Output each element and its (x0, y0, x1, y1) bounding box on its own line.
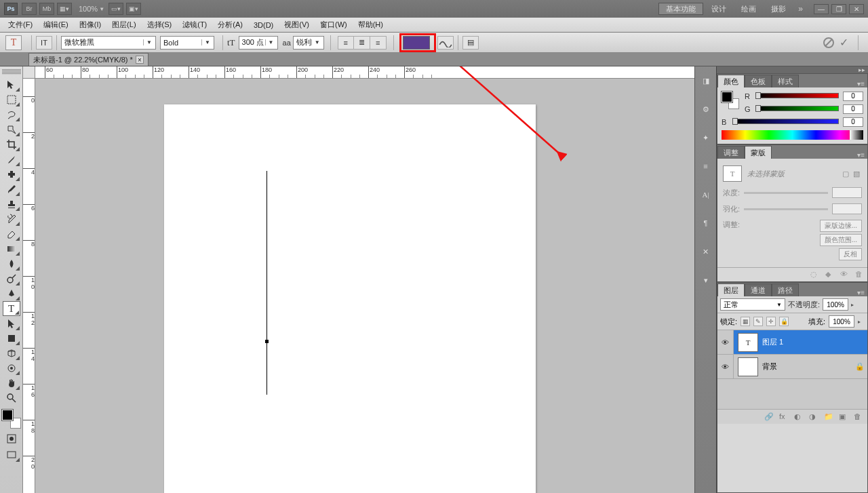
delete-layer-icon[interactable]: 🗑 (854, 412, 863, 422)
lock-transparency-icon[interactable]: ▦ (741, 317, 750, 326)
clone-source-icon[interactable]: ▾ (698, 273, 713, 288)
layer-thumb[interactable] (738, 357, 758, 376)
layer-row[interactable]: 👁背景🔒 (717, 355, 867, 379)
menu-help[interactable]: 帮助(H) (353, 20, 389, 30)
opacity-input[interactable]: 100% (823, 298, 848, 311)
workspace-photo[interactable]: 摄影 (764, 3, 793, 15)
font-weight-dropdown[interactable]: Bold▼ (160, 36, 214, 50)
stamp-tool[interactable] (3, 197, 20, 212)
screen-mode-icon[interactable]: ▣▾ (126, 3, 141, 15)
text-caret-handle[interactable] (265, 340, 269, 343)
crop-tool[interactable] (3, 137, 20, 152)
bridge-icon[interactable]: Br (22, 3, 37, 15)
adjustment-layer-icon[interactable]: ◑ (809, 412, 818, 422)
link-layers-icon[interactable]: 🔗 (764, 412, 774, 422)
apply-mask-icon[interactable]: ◆ (825, 270, 835, 279)
history-brush-tool[interactable] (3, 212, 20, 226)
marquee-tool[interactable] (3, 92, 20, 107)
feather-slider[interactable] (744, 208, 828, 210)
fx-icon[interactable]: fx (779, 412, 789, 422)
close-tab-icon[interactable]: × (136, 56, 144, 64)
tab-masks[interactable]: 蒙版 (745, 146, 772, 159)
artboard[interactable] (164, 104, 536, 493)
ruler-origin[interactable] (23, 66, 35, 79)
r-slider[interactable] (757, 93, 839, 100)
ruler-horizontal[interactable]: 6080100120140160180200220240260 (35, 66, 694, 79)
panel-menu-icon[interactable]: ▾≡ (857, 80, 867, 87)
vector-mask-icon[interactable]: ▧ (851, 170, 862, 178)
hand-tool[interactable] (3, 376, 20, 391)
layer-name[interactable]: 图层 1 (762, 337, 855, 347)
visibility-icon[interactable]: 👁 (717, 355, 734, 378)
workspace-painting[interactable]: 绘画 (734, 3, 763, 15)
3d-tool[interactable] (3, 346, 20, 361)
g-slider[interactable] (757, 106, 839, 113)
3d-camera-tool[interactable] (3, 361, 20, 376)
font-size-dropdown[interactable]: 300 点▼ (239, 36, 278, 50)
color-fgbg[interactable] (722, 92, 739, 109)
menu-select[interactable]: 选择(S) (142, 20, 178, 30)
font-family-dropdown[interactable]: 微软雅黑▼ (61, 36, 156, 50)
color-range-button[interactable]: 颜色范围... (820, 234, 862, 246)
add-mask-icon[interactable]: ◐ (794, 412, 804, 422)
fg-bg-swatch[interactable] (2, 410, 21, 429)
zoom-tool[interactable] (3, 391, 20, 406)
menu-filter[interactable]: 滤镜(T) (177, 20, 212, 30)
screenmode-toggle[interactable] (3, 448, 20, 462)
align-right-button[interactable]: ≡ (370, 36, 387, 50)
antialias-dropdown[interactable]: 锐利▼ (293, 36, 324, 50)
feather-input[interactable] (832, 203, 862, 214)
zoom-level[interactable]: 100%▼ (79, 5, 104, 13)
gradient-tool[interactable] (3, 241, 20, 256)
workspace-design[interactable]: 设计 (705, 3, 733, 15)
align-left-button[interactable]: ≡ (338, 36, 354, 50)
menu-image[interactable]: 图像(I) (74, 20, 106, 30)
lock-all-icon[interactable]: 🔒 (779, 317, 789, 326)
healing-tool[interactable] (3, 167, 20, 182)
quick-select-tool[interactable] (3, 122, 20, 137)
menu-file[interactable]: 文件(F) (3, 20, 38, 30)
r-value[interactable]: 0 (843, 92, 863, 101)
panel-menu-icon[interactable]: ▾≡ (857, 151, 867, 159)
delete-mask-icon[interactable]: 🗑 (855, 270, 865, 279)
layer-thumb[interactable]: T (738, 333, 758, 352)
disable-mask-icon[interactable]: 👁 (840, 270, 850, 279)
visibility-icon[interactable]: 👁 (717, 330, 734, 354)
align-center-button[interactable]: ≣ (354, 36, 370, 50)
history-panel-icon[interactable]: ◨ (698, 73, 713, 88)
layer-row[interactable]: 👁T图层 1 (717, 330, 867, 355)
tools-preset-icon[interactable]: ✕ (698, 244, 713, 259)
workspace-essentials[interactable]: 基本功能 (658, 3, 703, 15)
path-select-tool[interactable] (3, 316, 20, 331)
brush-tool[interactable] (3, 182, 20, 197)
menu-edit[interactable]: 编辑(E) (38, 20, 74, 30)
toolbox-handle[interactable] (2, 69, 21, 75)
menu-window[interactable]: 窗口(W) (315, 20, 353, 30)
group-icon[interactable]: 📁 (824, 412, 833, 422)
lasso-tool[interactable] (3, 107, 20, 122)
panels-collapse-bar[interactable]: ▸▸ (717, 66, 868, 73)
commit-edits-icon[interactable]: ✓ (840, 36, 848, 49)
spectrum-ramp[interactable] (722, 130, 863, 140)
ruler-vertical[interactable]: 02468101214161820 (23, 79, 35, 493)
cancel-edits-icon[interactable] (823, 37, 834, 48)
b-slider[interactable] (734, 119, 839, 125)
eyedropper-tool[interactable] (3, 152, 20, 167)
pixel-mask-icon[interactable]: ▢ (840, 170, 851, 178)
text-color-swatch[interactable] (403, 36, 430, 50)
properties-panel-icon[interactable]: ✦ (698, 130, 713, 145)
window-minimize[interactable]: — (814, 4, 829, 14)
menu-analysis[interactable]: 分析(A) (212, 20, 248, 30)
canvas-area[interactable]: 6080100120140160180200220240260 02468101… (23, 66, 694, 493)
warp-text-button[interactable] (437, 36, 454, 50)
pen-tool[interactable] (3, 286, 20, 301)
tab-channels[interactable]: 通道 (745, 283, 772, 296)
menu-view[interactable]: 视图(V) (279, 20, 315, 30)
lock-position-icon[interactable]: ✛ (766, 317, 776, 326)
load-selection-icon[interactable]: ◌ (810, 270, 820, 279)
actions-panel-icon[interactable]: ⚙ (698, 102, 713, 117)
tab-adjustments[interactable]: 调整 (717, 146, 745, 159)
invert-button[interactable]: 反相 (839, 248, 862, 260)
current-tool-icon[interactable]: T (5, 35, 22, 50)
density-input[interactable] (832, 187, 862, 198)
